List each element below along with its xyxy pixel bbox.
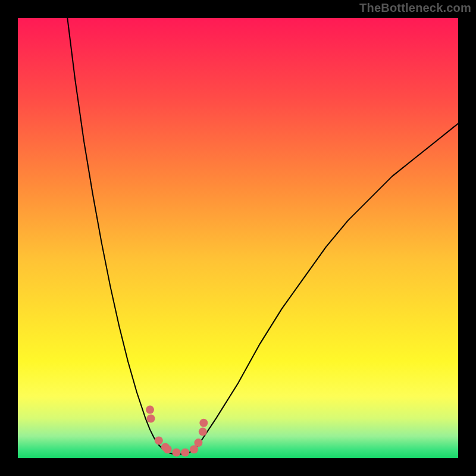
bottleneck-curve [66, 9, 458, 454]
valley-marker [194, 439, 202, 447]
valley-marker [164, 445, 172, 453]
valley-marker [181, 448, 189, 456]
watermark-text: TheBottleneck.com [359, 1, 471, 15]
chart-frame: TheBottleneck.com [0, 0, 476, 476]
valley-marker [147, 414, 155, 422]
curve-svg [18, 18, 458, 458]
valley-marker [199, 428, 207, 436]
plot-area [18, 18, 458, 458]
valley-marker [146, 406, 154, 414]
valley-marker [155, 436, 163, 444]
valley-markers [146, 406, 208, 457]
valley-marker [199, 419, 208, 427]
valley-marker [172, 448, 180, 456]
